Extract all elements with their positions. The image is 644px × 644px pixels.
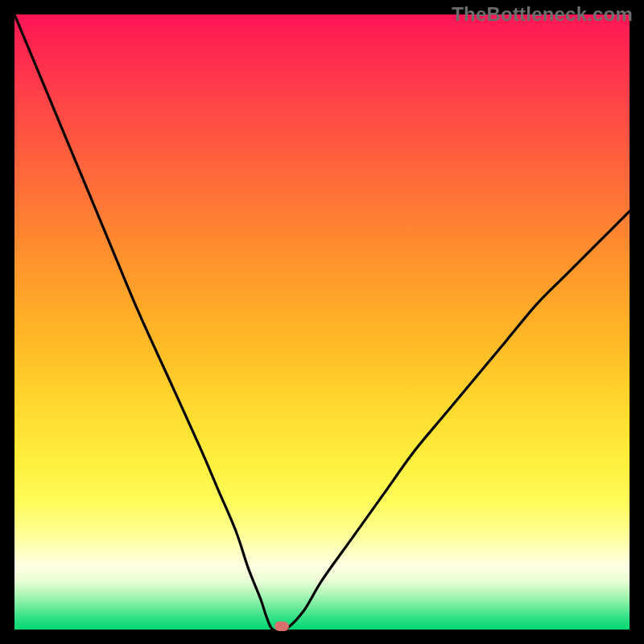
watermark-text: TheBottleneck.com (452, 3, 633, 26)
curve-layer (14, 14, 630, 630)
chart-outer: TheBottleneck.com (0, 0, 644, 644)
bottleneck-curve (14, 14, 630, 630)
plot-area (14, 14, 630, 630)
optimum-marker (275, 621, 289, 631)
